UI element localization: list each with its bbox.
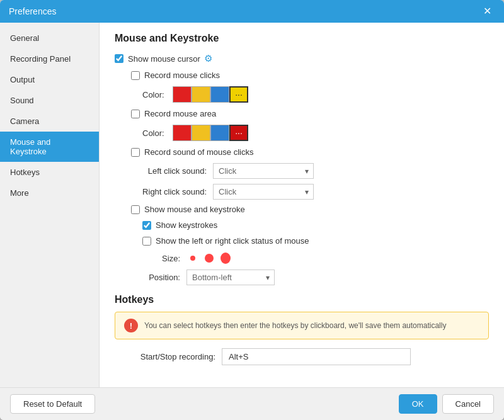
sidebar-item-mouse-keystroke[interactable]: Mouse and Keystroke <box>0 132 99 162</box>
color-swatch-red-1[interactable] <box>173 86 192 103</box>
info-text: You can select hotkeys then enter the ho… <box>144 321 446 330</box>
sidebar: General Recording Panel Output Sound Cam… <box>0 23 100 387</box>
color-swatch-yellow-2[interactable] <box>192 125 210 141</box>
sidebar-item-camera[interactable]: Camera <box>0 111 99 132</box>
record-mouse-clicks-checkbox[interactable] <box>131 71 140 80</box>
record-sound-row: Record sound of mouse clicks <box>115 147 489 157</box>
main-content: Mouse and Keystroke Show mouse cursor ⚙ … <box>100 23 504 387</box>
close-button[interactable]: ✕ <box>479 5 495 18</box>
right-click-sound-row: Right click sound: Click <box>115 184 489 200</box>
show-mouse-cursor-row: Show mouse cursor ⚙ <box>115 53 489 64</box>
show-lr-status-checkbox[interactable] <box>142 237 151 246</box>
record-mouse-area-checkbox[interactable] <box>131 110 140 118</box>
sidebar-item-general[interactable]: General <box>0 28 99 48</box>
size-label: Size: <box>142 254 180 263</box>
left-click-sound-wrapper: Click <box>213 163 314 179</box>
color-label-2: Color: <box>142 128 168 138</box>
start-stop-row: Start/Stop recording: <box>115 348 489 365</box>
position-row: Position: Bottom-left Bottom-right Top-l… <box>115 270 489 285</box>
sidebar-item-hotkeys[interactable]: Hotkeys <box>0 162 99 183</box>
show-keystrokes-row: Show keystrokes <box>115 220 489 230</box>
show-lr-status-row: Show the left or right click status of m… <box>115 236 489 246</box>
color-row-2: Color: ··· <box>115 125 489 141</box>
footer-right-buttons: OK Cancel <box>399 394 494 414</box>
size-large-dot[interactable] <box>219 252 232 264</box>
color-swatch-red-2[interactable] <box>173 125 192 141</box>
size-large-inner <box>220 253 231 264</box>
left-click-sound-select[interactable]: Click <box>213 163 314 179</box>
sidebar-item-more[interactable]: More <box>0 183 99 203</box>
color-swatch-blue-1[interactable] <box>210 86 229 103</box>
show-mouse-keystroke-checkbox[interactable] <box>131 205 140 214</box>
title-bar: Preferences ✕ <box>0 0 504 23</box>
color-label-1: Color: <box>142 90 168 99</box>
show-lr-status-label[interactable]: Show the left or right click status of m… <box>142 236 309 246</box>
record-mouse-area-row: Record mouse area <box>115 109 489 118</box>
cancel-button[interactable]: Cancel <box>442 394 494 414</box>
mouse-keystroke-title: Mouse and Keystroke <box>115 33 489 44</box>
color-swatch-blue-2[interactable] <box>210 125 229 141</box>
color-swatch-more-1[interactable]: ··· <box>229 86 248 103</box>
show-mouse-keystroke-label[interactable]: Show mouse and keystroke <box>131 205 245 214</box>
info-icon: ! <box>124 319 138 332</box>
record-mouse-clicks-row: Record mouse clicks <box>115 71 489 80</box>
size-medium-inner <box>205 254 214 263</box>
size-medium-dot[interactable] <box>203 252 215 264</box>
position-select[interactable]: Bottom-left Bottom-right Top-left Top-ri… <box>186 270 275 285</box>
left-click-sound-row: Left click sound: Click <box>115 163 489 179</box>
right-click-sound-label: Right click sound: <box>131 187 207 196</box>
size-small-dot[interactable] <box>186 252 199 264</box>
sidebar-item-recording-panel[interactable]: Recording Panel <box>0 48 99 69</box>
size-small-inner <box>190 256 195 261</box>
size-row: Size: <box>115 252 489 264</box>
show-mouse-cursor-label[interactable]: Show mouse cursor <box>115 54 200 64</box>
ok-button[interactable]: OK <box>399 394 437 414</box>
show-mouse-keystroke-row: Show mouse and keystroke <box>115 205 489 214</box>
show-keystrokes-checkbox[interactable] <box>142 221 151 230</box>
dialog-footer: Reset to Default OK Cancel <box>0 387 504 420</box>
color-swatch-more-2[interactable]: ··· <box>229 125 248 141</box>
hotkeys-title: Hotkeys <box>115 294 489 305</box>
right-click-sound-wrapper: Click <box>213 184 314 200</box>
record-sound-checkbox[interactable] <box>131 148 140 157</box>
position-label: Position: <box>142 273 180 282</box>
record-mouse-clicks-label[interactable]: Record mouse clicks <box>131 71 220 80</box>
info-box: ! You can select hotkeys then enter the … <box>115 312 489 339</box>
reset-button[interactable]: Reset to Default <box>10 394 95 414</box>
color-swatch-yellow-1[interactable] <box>192 86 210 103</box>
color-row-1: Color: ··· <box>115 86 489 103</box>
position-wrapper: Bottom-left Bottom-right Top-left Top-ri… <box>186 270 275 285</box>
sidebar-item-sound[interactable]: Sound <box>0 90 99 111</box>
record-sound-label[interactable]: Record sound of mouse clicks <box>131 147 253 157</box>
dialog-title: Preferences <box>9 6 56 16</box>
preferences-dialog: Preferences ✕ General Recording Panel Ou… <box>0 0 504 420</box>
left-click-sound-label: Left click sound: <box>131 166 207 176</box>
sidebar-item-output[interactable]: Output <box>0 69 99 90</box>
dialog-body: General Recording Panel Output Sound Cam… <box>0 23 504 387</box>
hotkeys-section: Hotkeys ! You can select hotkeys then en… <box>115 294 489 365</box>
show-keystrokes-label[interactable]: Show keystrokes <box>142 220 217 230</box>
record-mouse-area-label[interactable]: Record mouse area <box>131 109 216 118</box>
show-mouse-cursor-checkbox[interactable] <box>115 54 123 63</box>
start-stop-input[interactable] <box>222 348 411 365</box>
gear-icon[interactable]: ⚙ <box>204 53 212 64</box>
right-click-sound-select[interactable]: Click <box>213 184 314 200</box>
start-stop-label: Start/Stop recording: <box>115 352 215 361</box>
